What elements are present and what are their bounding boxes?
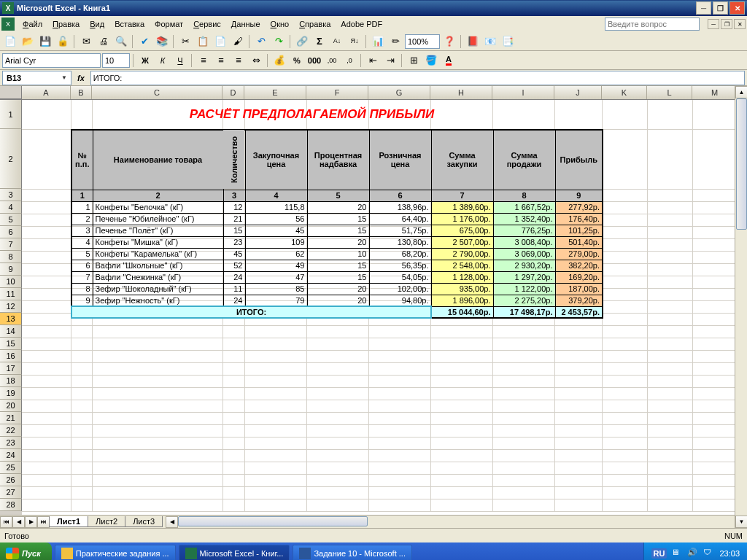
- cell[interactable]: 8: [71, 283, 93, 295]
- row-header-5[interactable]: 5: [0, 214, 22, 226]
- menu-tools[interactable]: Сервис: [188, 18, 226, 30]
- menu-file[interactable]: Файл: [18, 18, 47, 30]
- bold-button[interactable]: Ж: [137, 52, 153, 69]
- sheet-tab-2[interactable]: Лист2: [88, 516, 125, 527]
- row-header-14[interactable]: 14: [0, 325, 22, 338]
- cell[interactable]: 2 275,20р.: [493, 295, 555, 306]
- cell[interactable]: 2 548,00р.: [431, 260, 493, 271]
- row-header-25[interactable]: 25: [0, 462, 22, 474]
- redo-button[interactable]: ↷: [271, 34, 287, 50]
- row-header-19[interactable]: 19: [0, 387, 22, 400]
- cell[interactable]: 56,35р.: [369, 260, 431, 271]
- cell[interactable]: 12: [223, 201, 245, 213]
- row-header-26[interactable]: 26: [0, 474, 22, 486]
- row-header-28[interactable]: 28: [0, 499, 22, 511]
- cell[interactable]: 2 790,00р.: [431, 248, 493, 260]
- borders-button[interactable]: ⊞: [406, 52, 422, 69]
- undo-button[interactable]: ↶: [253, 34, 269, 50]
- cell[interactable]: 1 176,00р.: [431, 213, 493, 225]
- tray-icon-3[interactable]: 🛡: [703, 548, 715, 559]
- column-header-I[interactable]: I: [492, 86, 554, 99]
- cell[interactable]: Зефир "Шоколадный" (кГ): [93, 283, 223, 295]
- taskbar-button[interactable]: Практические задания ...: [55, 545, 176, 560]
- sheet-tab-3[interactable]: Лист3: [125, 516, 163, 527]
- cell[interactable]: 49: [245, 260, 307, 271]
- hscroll-thumb[interactable]: [178, 516, 368, 526]
- cell[interactable]: 20: [307, 236, 369, 248]
- cell[interactable]: 501,40р.: [555, 236, 603, 248]
- align-center-button[interactable]: ≡: [213, 52, 229, 69]
- formula-input[interactable]: ИТОГО:: [90, 71, 745, 85]
- pdf-email-button[interactable]: 📧: [482, 34, 498, 50]
- column-header-J[interactable]: J: [554, 86, 602, 99]
- doc-close-button[interactable]: ✕: [734, 19, 746, 29]
- cell[interactable]: Печенье "Юбилейное" (кГ): [93, 213, 223, 225]
- vscroll-thumb[interactable]: [736, 100, 747, 230]
- close-button[interactable]: ✕: [729, 1, 745, 15]
- cell[interactable]: 2: [71, 213, 93, 225]
- cell[interactable]: 47: [245, 271, 307, 283]
- row-header-12[interactable]: 12: [0, 300, 22, 313]
- cell[interactable]: 2 930,20р.: [493, 260, 555, 271]
- merge-center-button[interactable]: ⇔: [248, 52, 264, 69]
- cell[interactable]: 56: [245, 213, 307, 225]
- row-header-6[interactable]: 6: [0, 226, 22, 238]
- column-header-A[interactable]: A: [22, 86, 71, 99]
- cell[interactable]: 5: [71, 248, 93, 260]
- column-header-B[interactable]: B: [71, 86, 92, 99]
- tab-prev-button[interactable]: ◀: [12, 516, 25, 528]
- cell[interactable]: 1 122,00р.: [493, 283, 555, 295]
- underline-button[interactable]: Ч: [172, 52, 188, 69]
- research-button[interactable]: 📚: [154, 34, 170, 50]
- cell[interactable]: 187,00р.: [555, 283, 603, 295]
- row-header-8[interactable]: 8: [0, 251, 22, 263]
- mail-button[interactable]: ✉: [78, 34, 94, 50]
- cell[interactable]: 15: [307, 260, 369, 271]
- cell[interactable]: 101,25р.: [555, 225, 603, 236]
- print-preview-button[interactable]: 🔍: [113, 34, 129, 50]
- cell[interactable]: Вафли "Школьные" (кГ): [93, 260, 223, 271]
- cell[interactable]: 20: [307, 201, 369, 213]
- save-button[interactable]: 💾: [37, 34, 53, 50]
- menu-format[interactable]: Формат: [150, 18, 188, 30]
- cell[interactable]: 7: [71, 271, 93, 283]
- cell[interactable]: Печенье "Полёт" (кГ): [93, 225, 223, 236]
- cell[interactable]: 382,20р.: [555, 260, 603, 271]
- column-header-L[interactable]: L: [647, 86, 692, 99]
- font-size-box[interactable]: [102, 53, 130, 68]
- select-all-corner[interactable]: [0, 86, 22, 99]
- cell[interactable]: 23: [223, 236, 245, 248]
- lang-indicator[interactable]: RU: [651, 548, 667, 559]
- cell[interactable]: 1 389,60р.: [431, 201, 493, 213]
- help-button[interactable]: ❓: [441, 34, 457, 50]
- column-header-E[interactable]: E: [244, 86, 306, 99]
- cell[interactable]: 45: [245, 225, 307, 236]
- cell[interactable]: 51,75р.: [369, 225, 431, 236]
- cell[interactable]: 2 507,00р.: [431, 236, 493, 248]
- cell[interactable]: 169,20р.: [555, 271, 603, 283]
- cell[interactable]: 62: [245, 248, 307, 260]
- cell[interactable]: 130,80р.: [369, 236, 431, 248]
- cell[interactable]: 9: [71, 295, 93, 306]
- cell[interactable]: 102,00р.: [369, 283, 431, 295]
- percent-button[interactable]: %: [289, 52, 305, 69]
- menu-help[interactable]: Справка: [294, 18, 336, 30]
- cell[interactable]: 109: [245, 236, 307, 248]
- taskbar-button[interactable]: Задание 10 - Microsoft ...: [293, 545, 412, 560]
- cell[interactable]: 3 069,00р.: [493, 248, 555, 260]
- font-name-box[interactable]: [2, 53, 101, 68]
- spreadsheet-grid[interactable]: ABCDEFGHIJKLM 12345678910111213141516171…: [0, 86, 747, 528]
- cell[interactable]: 379,20р.: [555, 295, 603, 306]
- cell[interactable]: 85: [245, 283, 307, 295]
- cell[interactable]: 52: [223, 260, 245, 271]
- column-header-H[interactable]: H: [430, 86, 492, 99]
- row-header-17[interactable]: 17: [0, 362, 22, 375]
- cell[interactable]: 138,96р.: [369, 201, 431, 213]
- row-header-1[interactable]: 1: [0, 100, 22, 129]
- cell[interactable]: 1 128,00р.: [431, 271, 493, 283]
- column-header-G[interactable]: G: [368, 86, 430, 99]
- row-header-22[interactable]: 22: [0, 424, 22, 437]
- menu-data[interactable]: Данные: [226, 18, 266, 30]
- cell[interactable]: 21: [223, 213, 245, 225]
- cell[interactable]: 176,40р.: [555, 213, 603, 225]
